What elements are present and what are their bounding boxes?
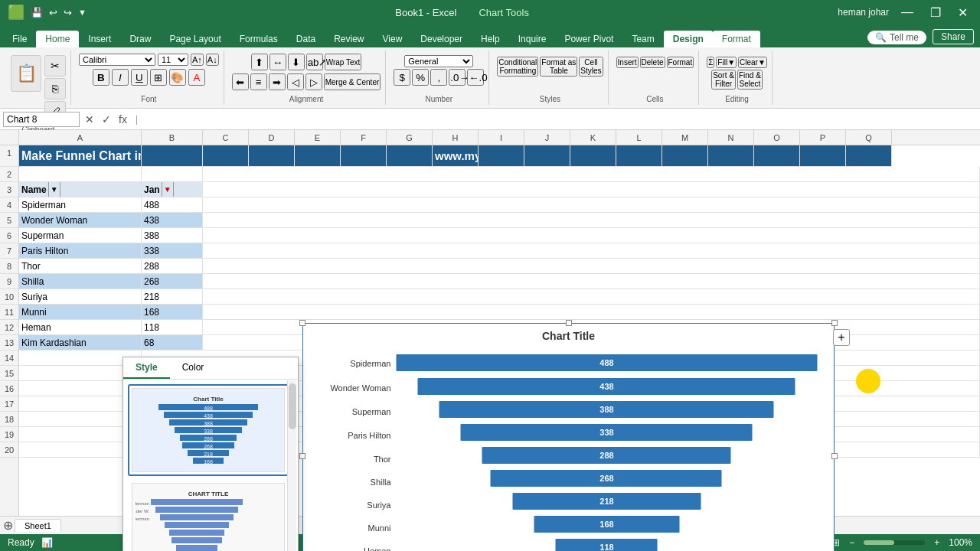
row-num-18[interactable]: 18 [0, 412, 18, 427]
cell-rest10[interactable] [203, 289, 980, 305]
row-num-20[interactable]: 20 [0, 442, 18, 458]
name-cell-wonderwoman[interactable]: Wonder Woman [19, 213, 142, 228]
header-l1[interactable] [616, 145, 662, 167]
name-cell-heman[interactable]: Heman [19, 320, 142, 335]
name-cell-suriya[interactable]: Suriya [19, 289, 142, 305]
col-header-q[interactable]: Q [846, 130, 892, 145]
row-num-15[interactable]: 15 [0, 366, 18, 381]
col-header-c[interactable]: C [203, 130, 249, 145]
col-header-h[interactable]: H [433, 130, 479, 145]
row-num-4[interactable]: 4 [0, 197, 18, 213]
italic-button[interactable]: I [112, 69, 129, 86]
quick-access-redo[interactable]: ↪ [64, 7, 72, 18]
cell-rest5[interactable] [203, 213, 980, 228]
cell-a2[interactable] [19, 167, 142, 182]
tab-developer[interactable]: Developer [411, 31, 472, 47]
name-box[interactable]: Chart 8 [3, 112, 80, 127]
val-cell-heman[interactable]: 118 [142, 320, 203, 335]
close-button[interactable]: ✕ [953, 5, 972, 20]
underline-button[interactable]: U [131, 69, 148, 86]
jan-filter-icon[interactable]: ▼ [162, 182, 174, 197]
tab-insert[interactable]: Insert [79, 31, 120, 47]
tab-draw[interactable]: Draw [120, 31, 160, 47]
col-header-n[interactable]: N [708, 130, 754, 145]
new-sheet-button[interactable]: ⊕ [3, 518, 13, 533]
zoom-slider[interactable] [864, 540, 925, 545]
header-d1[interactable] [249, 145, 295, 167]
col-header-d[interactable]: D [249, 130, 295, 145]
col-header-l[interactable]: L [616, 130, 662, 145]
tab-inquire[interactable]: Inquire [509, 31, 556, 47]
formula-input[interactable] [144, 112, 977, 126]
header-j1[interactable] [524, 145, 570, 167]
cell-styles-button[interactable]: CellStyles [579, 57, 603, 77]
wrap-text-button[interactable]: Wrap Text [325, 54, 362, 70]
tab-power-pivot[interactable]: Power Pivot [555, 31, 622, 47]
fill-color-button[interactable]: 🎨 [169, 69, 186, 86]
style-preview-2[interactable]: CHART TITLE Spiderman Wonder W. Superman [128, 479, 293, 551]
col-header-p[interactable]: P [800, 130, 846, 145]
row-num-1[interactable]: 1 [0, 145, 18, 167]
col-header-k[interactable]: K [570, 130, 616, 145]
style-tab-color[interactable]: Color [170, 357, 217, 379]
currency-button[interactable]: $ [394, 69, 410, 86]
cell-rest2[interactable] [203, 167, 980, 182]
header-n1[interactable] [708, 145, 754, 167]
header-f1[interactable] [341, 145, 387, 167]
indent-inc-button[interactable]: ▷ [305, 73, 322, 90]
header-i1[interactable] [479, 145, 524, 167]
header-p1[interactable] [800, 145, 846, 167]
font-family-select[interactable]: Calibri [79, 54, 155, 66]
tab-format[interactable]: Format [713, 31, 760, 47]
row-num-11[interactable]: 11 [0, 305, 18, 320]
cell-rest4[interactable] [203, 197, 980, 213]
orientation-button[interactable]: ab↗ [306, 54, 323, 70]
align-right-button[interactable]: ➡ [269, 73, 286, 90]
header-q1[interactable] [846, 145, 892, 167]
format-as-table-button[interactable]: Format asTable [540, 57, 577, 77]
val-cell-parishilton[interactable]: 338 [142, 243, 203, 259]
name-cell-spiderman[interactable]: Spiderman [19, 197, 142, 213]
paste-button[interactable]: 📋 [11, 55, 41, 92]
cell-rest8[interactable] [203, 259, 980, 274]
name-filter-icon[interactable]: ▼ [48, 182, 60, 197]
header-e1[interactable] [295, 145, 341, 167]
cell-b3[interactable]: Jan ▼ [142, 182, 203, 197]
insert-cells-button[interactable]: Insert [616, 57, 639, 68]
tab-help[interactable]: Help [472, 31, 509, 47]
bold-button[interactable]: B [93, 69, 109, 86]
font-size-select[interactable]: 11 [158, 54, 188, 66]
chart-add-element-button[interactable]: + [833, 329, 850, 346]
cell-a3[interactable]: Name ▼ [19, 182, 142, 197]
zoom-out-button[interactable]: − [849, 537, 854, 548]
sheet-tab-sheet1[interactable]: Sheet1 [15, 519, 61, 532]
quick-access-undo[interactable]: ↩ [49, 7, 57, 18]
decimal-inc-button[interactable]: .0→ [449, 69, 466, 86]
font-increase-button[interactable]: A↑ [191, 54, 204, 66]
format-cells-button[interactable]: Format [667, 57, 694, 68]
align-middle-button[interactable]: ↔ [270, 54, 286, 70]
row-num-2[interactable]: 2 [0, 167, 18, 182]
col-header-i[interactable]: I [479, 130, 524, 145]
cell-rest3[interactable] [203, 182, 980, 197]
tab-design[interactable]: Design [664, 31, 713, 47]
row-num-12[interactable]: 12 [0, 320, 18, 335]
tab-view[interactable]: View [374, 31, 412, 47]
cancel-formula-button[interactable]: ✕ [83, 113, 96, 126]
header-b1[interactable] [142, 145, 203, 167]
row-num-16[interactable]: 16 [0, 381, 18, 396]
resize-handle-tm[interactable] [566, 320, 572, 326]
align-top-button[interactable]: ⬆ [251, 54, 268, 70]
autosum-button[interactable]: Σ [707, 57, 714, 68]
chart-style-panel[interactable]: Style Color Chart Title 488 438 388 33 [122, 357, 299, 551]
quick-access-more[interactable]: ▼ [78, 8, 87, 17]
quick-access-save[interactable]: 💾 [31, 7, 43, 18]
val-cell-suriya[interactable]: 218 [142, 289, 203, 305]
decimal-dec-button[interactable]: ←.0 [467, 69, 484, 86]
clear-button[interactable]: Clear▼ [738, 57, 767, 68]
share-button[interactable]: Share [933, 29, 974, 44]
row-num-7[interactable]: 7 [0, 243, 18, 259]
align-center-button[interactable]: ≡ [250, 73, 267, 90]
row-num-10[interactable]: 10 [0, 289, 18, 305]
header-g1[interactable] [387, 145, 433, 167]
